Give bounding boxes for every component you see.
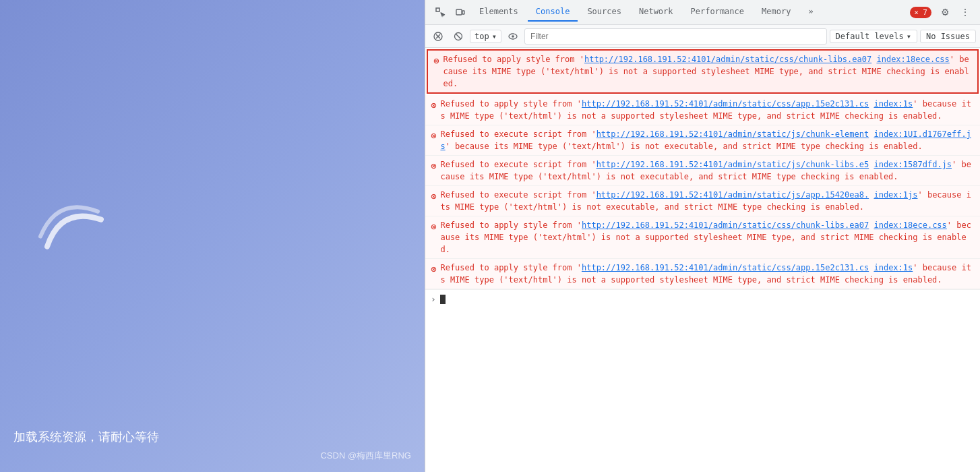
eye-icon-button[interactable] xyxy=(504,28,522,45)
context-arrow-icon: ▾ xyxy=(492,32,497,41)
error-link-6b[interactable]: index:18ece.css xyxy=(874,220,946,230)
clear-console-button[interactable] xyxy=(429,28,447,45)
console-message-3: ⊗ Refused to execute script from 'http:/… xyxy=(425,125,980,156)
tab-sources[interactable]: Sources xyxy=(579,3,630,22)
console-message-text-5: Refused to execute script from 'http://1… xyxy=(440,189,975,213)
svg-rect-0 xyxy=(436,8,439,11)
console-prompt-icon: › xyxy=(431,294,436,304)
console-message-text-2: Refused to apply style from 'http://192.… xyxy=(440,98,975,122)
console-message-7: ⊗ Refused to apply style from 'http://19… xyxy=(425,259,980,289)
error-link-2b[interactable]: index:1s xyxy=(874,99,913,109)
tab-more[interactable]: » xyxy=(800,3,821,22)
device-toolbar-button[interactable] xyxy=(451,3,470,22)
error-icon-2: ⊗ xyxy=(431,98,436,113)
console-message-1: ⊗ Refused to apply style from 'http://19… xyxy=(427,49,979,94)
console-message-text-6: Refused to apply style from 'http://192.… xyxy=(440,219,975,256)
error-icon-5: ⊗ xyxy=(431,189,436,204)
tab-memory[interactable]: Memory xyxy=(754,3,799,22)
devtools-panel: Elements Console Sources Network Perform… xyxy=(425,0,980,472)
page-watermark: CSDN @梅西库里RNG xyxy=(320,450,411,462)
svg-rect-2 xyxy=(462,11,464,14)
console-message-text-1: Refused to apply style from 'http://192.… xyxy=(443,53,972,90)
svg-rect-1 xyxy=(456,9,462,15)
console-message-text-4: Refused to execute script from 'http://1… xyxy=(440,158,975,183)
page-loading-text: 加载系统资源，请耐心等待 xyxy=(13,429,159,445)
devtools-tabbar: Elements Console Sources Network Perform… xyxy=(425,0,980,25)
console-message-5: ⊗ Refused to execute script from 'http:/… xyxy=(425,186,980,216)
tab-network[interactable]: Network xyxy=(631,3,681,22)
context-label: top xyxy=(474,32,489,41)
svg-line-7 xyxy=(456,34,461,39)
no-issues-indicator: No Issues xyxy=(920,30,976,43)
tab-elements[interactable]: Elements xyxy=(471,3,526,22)
levels-arrow-icon: ▾ xyxy=(907,32,911,41)
error-link-4b[interactable]: index:1587dfd.js xyxy=(874,160,952,169)
svg-point-9 xyxy=(512,35,514,38)
console-cursor xyxy=(440,295,446,304)
error-link-2[interactable]: http://192.168.191.52:4101/admin/static/… xyxy=(582,99,869,109)
error-link-4[interactable]: http://192.168.191.52:4101/admin/static/… xyxy=(596,160,869,169)
error-icon-4: ⊗ xyxy=(431,159,436,173)
error-icon-6: ⊗ xyxy=(431,220,436,234)
console-message-text-3: Refused to execute script from 'http://1… xyxy=(440,128,975,152)
console-message-6: ⊗ Refused to apply style from 'http://19… xyxy=(425,216,980,259)
no-input-button[interactable] xyxy=(450,28,467,45)
error-link-6[interactable]: http://192.168.191.52:4101/admin/static/… xyxy=(582,220,869,230)
error-link-5b[interactable]: index:1js xyxy=(874,190,917,200)
filter-input[interactable] xyxy=(524,28,827,45)
levels-label: Default levels xyxy=(836,32,904,41)
browser-page: 加载系统资源，请耐心等待 CSDN @梅西库里RNG xyxy=(0,0,425,472)
settings-button[interactable]: ⚙ xyxy=(936,3,954,22)
console-messages-area[interactable]: ⊗ Refused to apply style from 'http://19… xyxy=(425,48,980,472)
error-icon-1: ⊗ xyxy=(433,54,439,68)
error-link-3[interactable]: http://192.168.191.52:4101/admin/static/… xyxy=(596,129,869,139)
error-icon-3: ⊗ xyxy=(431,129,436,143)
console-input-line[interactable]: › xyxy=(425,289,980,308)
console-message-text-7: Refused to apply style from 'http://192.… xyxy=(440,262,975,286)
console-toolbar: top ▾ Default levels ▾ No Issues xyxy=(425,25,980,48)
error-icon-7: ⊗ xyxy=(431,262,436,276)
error-link-1[interactable]: http://192.168.191.52:4101/admin/static/… xyxy=(584,55,871,64)
error-count-badge[interactable]: × 7 xyxy=(910,7,931,18)
more-options-button[interactable]: ⋮ xyxy=(956,3,975,22)
error-link-7b[interactable]: index:1s xyxy=(874,263,913,272)
page-logo xyxy=(34,186,115,270)
error-link-5[interactable]: http://192.168.191.52:4101/admin/static/… xyxy=(596,190,869,200)
tab-performance[interactable]: Performance xyxy=(683,3,752,22)
context-selector[interactable]: top ▾ xyxy=(470,30,501,43)
tab-console[interactable]: Console xyxy=(528,3,578,22)
error-link-1b[interactable]: index:18ece.css xyxy=(876,55,949,64)
console-message-2: ⊗ Refused to apply style from 'http://19… xyxy=(425,95,980,125)
inspect-element-button[interactable] xyxy=(431,3,450,22)
levels-selector[interactable]: Default levels ▾ xyxy=(830,30,917,43)
console-message-4: ⊗ Refused to execute script from 'http:/… xyxy=(425,156,980,186)
error-link-7[interactable]: http://192.168.191.52:4101/admin/static/… xyxy=(582,263,869,272)
